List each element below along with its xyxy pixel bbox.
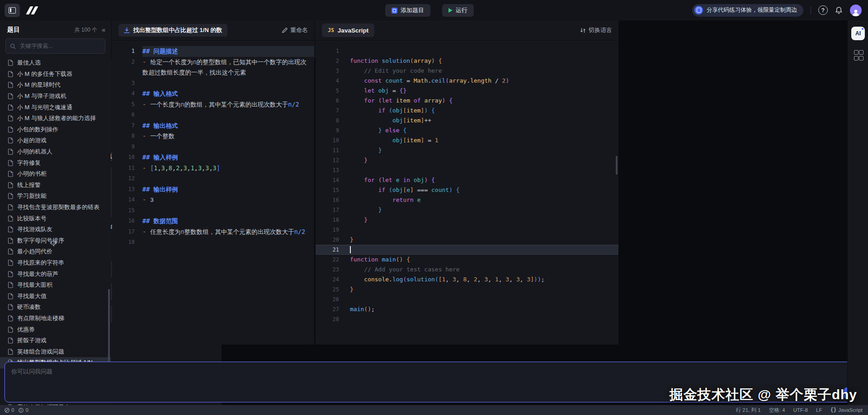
info-indicator[interactable]: 0 <box>19 407 28 413</box>
switch-language-button[interactable]: 切换语言 <box>580 26 612 34</box>
bell-icon[interactable] <box>835 6 843 14</box>
markdown-line[interactable]: 4## 输入格式 <box>112 89 314 99</box>
sidebar-question-item[interactable]: 优惠券 <box>0 324 111 335</box>
markdown-line[interactable]: 2-给定一个长度为n的整型数组，已知其中一个数字的出现次数超过数组长度的一半，找… <box>112 57 314 78</box>
user-avatar[interactable] <box>850 5 862 16</box>
sidebar-question-item[interactable]: 有点限制地走楼梯 <box>0 313 111 324</box>
sidebar-question-item[interactable]: 小超的游戏 <box>0 135 111 146</box>
markdown-line[interactable]: 1## 问题描述 <box>112 46 314 57</box>
markdown-line[interactable]: 16## 数据范围 <box>112 216 314 227</box>
markdown-line[interactable]: 18 <box>112 237 314 248</box>
sidebar-question-item[interactable]: 寻找游戏队友 <box>0 224 111 235</box>
code-line[interactable]: 25} <box>316 284 618 294</box>
code-line[interactable]: 27main(); <box>316 304 618 314</box>
sidebar-question-item[interactable]: 线上报警 <box>0 180 111 191</box>
code-line[interactable]: 28 <box>316 314 618 324</box>
markdown-editor[interactable]: 1## 问题描述2-给定一个长度为n的整型数组，已知其中一个数字的出现次数超过数… <box>112 41 314 248</box>
promo-badge[interactable]: 分享代码练习体验，领限量定制周边 <box>692 4 803 17</box>
add-question-button[interactable]: 添加题目 <box>385 4 430 17</box>
code-line[interactable]: 17 } <box>316 205 618 215</box>
sidebar-question-item[interactable]: 硬币凑数 <box>0 302 111 313</box>
document-icon <box>8 149 14 155</box>
ai-assistant-toggle-button[interactable]: AI <box>851 27 865 40</box>
marscode-logo[interactable] <box>28 6 36 14</box>
markdown-line[interactable]: 11-[1,3,8,2,3,1,3,3,3] <box>112 163 314 174</box>
markdown-line[interactable]: 3 <box>112 78 314 89</box>
sidebar-question-item[interactable]: 小 M 的多任务下载器 <box>0 69 111 80</box>
sidebar-question-item[interactable]: 小明的机器人 <box>0 146 111 158</box>
sidebar-question-item[interactable]: 摇骰子游戏 <box>0 335 111 346</box>
editor-scrollbar[interactable] <box>616 156 618 175</box>
markdown-line[interactable]: 13## 输出样例 <box>112 184 314 195</box>
code-line[interactable]: 2function solution(array) { <box>316 56 618 66</box>
rename-button[interactable]: 重命名 <box>282 26 308 34</box>
code-line[interactable]: 26 <box>316 294 618 304</box>
code-line[interactable]: 22function main() { <box>316 255 618 265</box>
ai-chat-input[interactable] <box>10 367 857 387</box>
sidebar-question-item[interactable]: 寻找最大面积 <box>0 280 111 291</box>
sidebar-question-item[interactable]: 小 M 的星球时代 <box>0 79 111 91</box>
code-line[interactable]: 20} <box>316 235 618 245</box>
sidebar-question-item[interactable]: 寻找原来的字符串 <box>0 257 111 269</box>
sidebar-question-item[interactable]: 英雄组合游戏问题 <box>0 346 111 357</box>
sidebar-question-item[interactable]: 小 M 与狼人拯救者的能力选择 <box>0 113 111 124</box>
code-line[interactable]: 14 for (let e in obj) { <box>316 175 618 185</box>
sidebar-question-item[interactable]: 寻找最大值 <box>0 290 111 302</box>
markdown-line[interactable]: 17-任意长度为n整数数组，其中某个元素的出现次数大于n/2 <box>112 227 314 238</box>
encoding-setting[interactable]: UTF-8 <box>793 407 808 413</box>
code-line[interactable]: 16 return e <box>316 195 618 205</box>
code-line[interactable]: 24 console.log(solution([1, 3, 8, 2, 3, … <box>316 275 618 284</box>
sidebar-question-item[interactable]: 最小趋同代价 <box>0 246 111 257</box>
code-line[interactable]: 9 } else { <box>316 126 618 135</box>
code-line[interactable]: 3 // Edit your code here <box>316 66 618 76</box>
markdown-line[interactable]: 5-一个长度为n的数组，其中某个元素的出现次数大于n/2 <box>112 99 314 110</box>
code-line[interactable]: 13 <box>316 165 618 175</box>
code-line[interactable]: 1 <box>316 46 618 56</box>
markdown-line[interactable]: 9 <box>112 142 314 153</box>
markdown-line[interactable]: 8-一个整数 <box>112 131 314 142</box>
code-line[interactable]: 21 <box>316 245 618 255</box>
markdown-line[interactable]: 14-3 <box>112 195 314 205</box>
code-line[interactable]: 10 obj[item] = 1 <box>316 135 618 145</box>
collapse-sidebar-icon[interactable]: « <box>102 26 105 33</box>
tab-javascript[interactable]: JS JavaScript <box>322 23 374 37</box>
help-icon[interactable]: ? <box>818 5 828 15</box>
code-line[interactable]: 4 const count = Math.ceil(array.length /… <box>316 76 618 86</box>
markdown-line[interactable]: 12 <box>112 173 314 184</box>
markdown-line[interactable]: 7## 输出格式 <box>112 121 314 131</box>
cursor-position[interactable]: 行 21, 列 1 <box>736 407 761 414</box>
sidebar-question-item[interactable]: 字符修复 <box>0 157 111 168</box>
markdown-line[interactable]: 6 <box>112 110 314 121</box>
question-title-chip[interactable]: 找出整型数组中占比超过 1/N 的数 <box>118 24 227 37</box>
sidebar-question-item[interactable]: 小包的数列操作 <box>0 124 111 135</box>
code-line[interactable]: 18 } <box>316 215 618 225</box>
code-line[interactable]: 11 } <box>316 145 618 155</box>
sidebar-question-item[interactable]: 最佳人选 <box>0 57 111 69</box>
code-editor[interactable]: 12function solution(array) {3 // Edit yo… <box>316 41 618 324</box>
sidebar-question-item[interactable]: 学习新技能 <box>0 191 111 202</box>
sidebar-question-item[interactable]: 小 M 与弹子游戏机 <box>0 91 111 102</box>
eol-setting[interactable]: LF <box>816 407 822 413</box>
search-input[interactable] <box>19 42 101 50</box>
code-line[interactable]: 5 let obj = {} <box>316 86 618 96</box>
apps-grid-icon[interactable] <box>854 50 863 61</box>
code-line[interactable]: 19 <box>316 225 618 235</box>
sidebar-question-item[interactable]: 寻找最大的葫芦 <box>0 268 111 280</box>
markdown-line[interactable]: 10## 输入样例 <box>112 152 314 163</box>
error-indicator[interactable]: 0 <box>5 407 14 413</box>
sidebar-question-item[interactable]: 小 M 与光明之魂速通 <box>0 102 111 113</box>
language-mode[interactable]: {}JavaScript <box>830 407 863 413</box>
sidebar-question-item[interactable]: 比较版本号 <box>0 213 111 224</box>
markdown-line[interactable]: 15 <box>112 205 314 216</box>
sidebar-question-item[interactable]: 小明的书柜 <box>0 168 111 180</box>
run-button[interactable]: 运行 <box>442 4 474 17</box>
code-line[interactable]: 7 if (obj[item]) { <box>316 106 618 116</box>
toggle-sidebar-button[interactable] <box>5 4 20 17</box>
sidebar-question-item[interactable]: 寻找包含斐波那契数最多的链表 <box>0 202 111 213</box>
indent-setting[interactable]: 空格: 4 <box>769 407 785 414</box>
code-line[interactable]: 23 // Add your test cases here <box>316 265 618 275</box>
code-line[interactable]: 12 } <box>316 155 618 165</box>
code-line[interactable]: 6 for (let item of array) { <box>316 96 618 106</box>
code-line[interactable]: 8 obj[item]++ <box>316 116 618 126</box>
code-line[interactable]: 15 if (obj[e] === count) { <box>316 185 618 195</box>
